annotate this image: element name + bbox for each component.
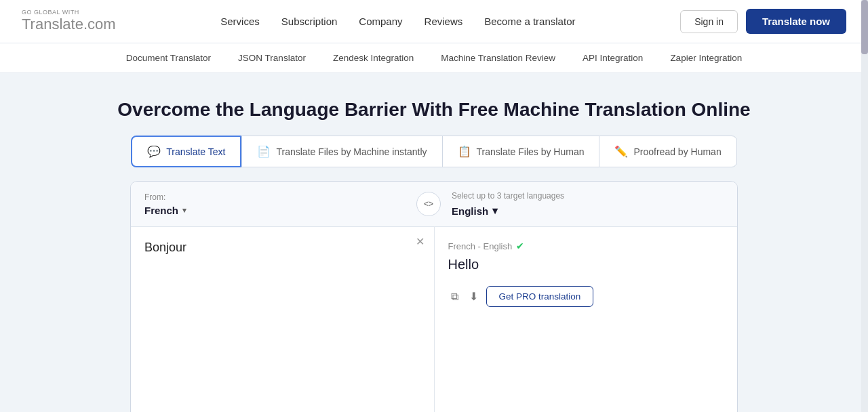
hero-title: Overcome the Language Barrier With Free … [22,98,846,122]
nav-become-translator[interactable]: Become a translator [484,16,575,27]
output-panel: French - English ✔ Hello ⧉ ⬇ Get PRO tra… [435,227,738,412]
subnav-zendesk-integration[interactable]: Zendesk Integration [333,53,414,63]
subnav-json-translator[interactable]: JSON Translator [238,53,306,63]
logo-suffix: .com [83,16,116,33]
tab-translate-files-machine-label: Translate Files by Machine instantly [276,146,427,157]
translate-files-machine-icon: 📄 [257,145,271,158]
output-text: Hello [448,257,724,272]
from-language-section: From: French ▾ [131,182,430,226]
header: GO GLOBAL WITH Translate.com Services Su… [0,0,868,43]
from-language-chevron-icon: ▾ [182,206,186,215]
from-language-value: French [144,205,178,216]
language-bar: From: French ▾ <> Select up to 3 target … [131,182,737,227]
nav-services[interactable]: Services [220,16,260,27]
nav-company[interactable]: Company [359,16,402,27]
service-tabs: 💬 Translate Text 📄 Translate Files by Ma… [0,136,868,181]
translator-panels: Bonjour ✕ French - English ✔ Hello ⧉ ⬇ G… [131,227,737,412]
subnav-zapier-integration[interactable]: Zapier Integration [670,53,742,63]
tab-proofread-human[interactable]: ✏️ Proofread by Human [599,136,736,167]
to-language-value: English [452,205,488,217]
subnav-document-translator[interactable]: Document Translator [126,53,211,63]
swap-icon: <> [424,199,433,209]
to-language-selector[interactable]: English ▾ [452,205,724,217]
subnav-machine-translation-review[interactable]: Machine Translation Review [441,53,555,63]
clear-input-button[interactable]: ✕ [416,236,425,247]
translator-wrapper: From: French ▾ <> Select up to 3 target … [108,181,760,412]
subnav-api-integration[interactable]: API Integration [583,53,643,63]
copy-icon: ⧉ [451,291,458,302]
get-pro-translation-button[interactable]: Get PRO translation [486,286,594,307]
scrollbar[interactable] [861,0,868,412]
logo-name-text: Translate [22,16,83,33]
tab-proofread-human-label: Proofread by Human [633,146,721,157]
tab-translate-text-label: Translate Text [166,146,225,157]
output-language-label: French - English ✔ [448,241,724,251]
download-icon: ⬇ [469,291,478,302]
nav-reviews[interactable]: Reviews [425,16,463,27]
logo: GO GLOBAL WITH Translate.com [22,9,116,33]
input-panel[interactable]: Bonjour ✕ [131,227,435,412]
output-lang-text: French - English [448,241,513,251]
to-language-section: Select up to 3 target languages English … [427,182,737,226]
copy-button[interactable]: ⧉ [448,288,461,306]
tab-translate-text[interactable]: 💬 Translate Text [131,136,241,167]
translate-now-button[interactable]: Translate now [746,9,846,34]
hero-section: Overcome the Language Barrier With Free … [0,73,868,136]
signin-button[interactable]: Sign in [680,10,738,33]
translate-text-icon: 💬 [147,145,161,158]
nav-subscription[interactable]: Subscription [281,16,338,27]
scrollbar-thumb[interactable] [861,0,868,54]
header-actions: Sign in Translate now [680,9,846,34]
to-language-chevron-icon: ▾ [492,205,498,217]
output-actions: ⧉ ⬇ Get PRO translation [448,286,724,307]
logo-name: Translate.com [22,16,116,33]
download-button[interactable]: ⬇ [467,287,481,306]
main-nav: Services Subscription Company Reviews Be… [220,16,575,27]
from-label: From: [144,192,186,202]
to-label: Select up to 3 target languages [452,191,724,201]
subnav: Document Translator JSON Translator Zend… [0,43,868,73]
translate-files-human-icon: 📋 [458,145,471,158]
tab-translate-files-human-label: Translate Files by Human [477,146,585,157]
tab-translate-files-human[interactable]: 📋 Translate Files by Human [442,136,599,167]
verified-checkmark-icon: ✔ [516,241,524,251]
tab-translate-files-machine[interactable]: 📄 Translate Files by Machine instantly [241,136,441,167]
from-language-selector[interactable]: French ▾ [144,205,186,216]
input-text[interactable]: Bonjour [144,241,420,255]
translator-box: From: French ▾ <> Select up to 3 target … [130,181,738,412]
proofread-human-icon: ✏️ [614,145,628,158]
